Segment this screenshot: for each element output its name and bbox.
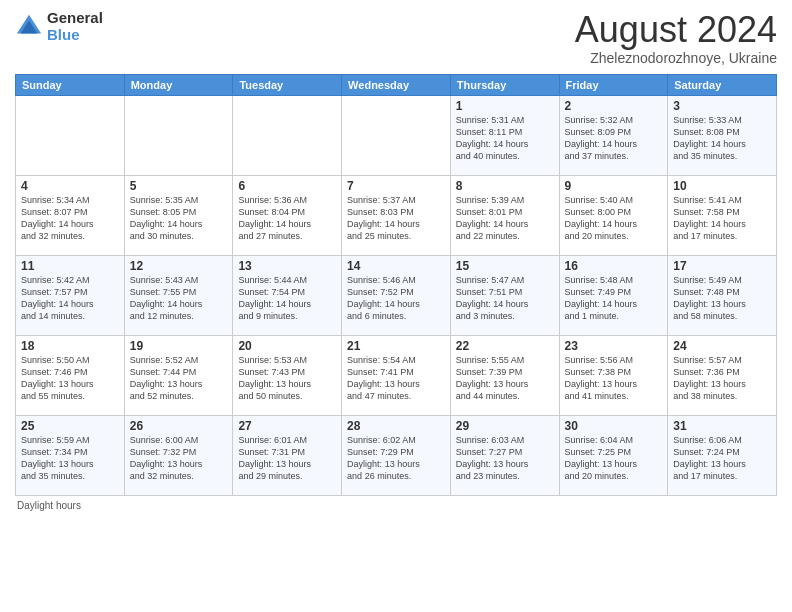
header-day: Tuesday [233, 74, 342, 95]
day-info: Sunrise: 5:36 AM Sunset: 8:04 PM Dayligh… [238, 194, 336, 243]
day-info: Sunrise: 5:31 AM Sunset: 8:11 PM Dayligh… [456, 114, 554, 163]
day-info: Sunrise: 5:55 AM Sunset: 7:39 PM Dayligh… [456, 354, 554, 403]
calendar-week: 4Sunrise: 5:34 AM Sunset: 8:07 PM Daylig… [16, 175, 777, 255]
day-info: Sunrise: 5:44 AM Sunset: 7:54 PM Dayligh… [238, 274, 336, 323]
day-info: Sunrise: 6:02 AM Sunset: 7:29 PM Dayligh… [347, 434, 445, 483]
header-row: SundayMondayTuesdayWednesdayThursdayFrid… [16, 74, 777, 95]
calendar-day: 18Sunrise: 5:50 AM Sunset: 7:46 PM Dayli… [16, 335, 125, 415]
day-number: 7 [347, 179, 445, 193]
page: General Blue August 2024 Zheleznodorozhn… [0, 0, 792, 612]
day-info: Sunrise: 5:52 AM Sunset: 7:44 PM Dayligh… [130, 354, 228, 403]
day-number: 21 [347, 339, 445, 353]
header-day: Friday [559, 74, 668, 95]
calendar-day: 26Sunrise: 6:00 AM Sunset: 7:32 PM Dayli… [124, 415, 233, 495]
day-info: Sunrise: 5:50 AM Sunset: 7:46 PM Dayligh… [21, 354, 119, 403]
calendar-day [233, 95, 342, 175]
calendar-day: 6Sunrise: 5:36 AM Sunset: 8:04 PM Daylig… [233, 175, 342, 255]
calendar-day: 17Sunrise: 5:49 AM Sunset: 7:48 PM Dayli… [668, 255, 777, 335]
day-number: 20 [238, 339, 336, 353]
day-number: 17 [673, 259, 771, 273]
calendar-day: 30Sunrise: 6:04 AM Sunset: 7:25 PM Dayli… [559, 415, 668, 495]
day-number: 4 [21, 179, 119, 193]
calendar-day: 1Sunrise: 5:31 AM Sunset: 8:11 PM Daylig… [450, 95, 559, 175]
day-number: 19 [130, 339, 228, 353]
calendar-week: 1Sunrise: 5:31 AM Sunset: 8:11 PM Daylig… [16, 95, 777, 175]
day-info: Sunrise: 5:48 AM Sunset: 7:49 PM Dayligh… [565, 274, 663, 323]
calendar-day: 22Sunrise: 5:55 AM Sunset: 7:39 PM Dayli… [450, 335, 559, 415]
day-info: Sunrise: 5:40 AM Sunset: 8:00 PM Dayligh… [565, 194, 663, 243]
day-info: Sunrise: 5:43 AM Sunset: 7:55 PM Dayligh… [130, 274, 228, 323]
header-day: Saturday [668, 74, 777, 95]
day-info: Sunrise: 5:53 AM Sunset: 7:43 PM Dayligh… [238, 354, 336, 403]
calendar-day: 21Sunrise: 5:54 AM Sunset: 7:41 PM Dayli… [342, 335, 451, 415]
day-number: 31 [673, 419, 771, 433]
day-info: Sunrise: 5:37 AM Sunset: 8:03 PM Dayligh… [347, 194, 445, 243]
calendar-day [342, 95, 451, 175]
header: General Blue August 2024 Zheleznodorozhn… [15, 10, 777, 66]
day-info: Sunrise: 5:35 AM Sunset: 8:05 PM Dayligh… [130, 194, 228, 243]
calendar-day: 27Sunrise: 6:01 AM Sunset: 7:31 PM Dayli… [233, 415, 342, 495]
calendar-week: 11Sunrise: 5:42 AM Sunset: 7:57 PM Dayli… [16, 255, 777, 335]
day-info: Sunrise: 5:41 AM Sunset: 7:58 PM Dayligh… [673, 194, 771, 243]
calendar-day: 13Sunrise: 5:44 AM Sunset: 7:54 PM Dayli… [233, 255, 342, 335]
day-number: 15 [456, 259, 554, 273]
calendar-day: 14Sunrise: 5:46 AM Sunset: 7:52 PM Dayli… [342, 255, 451, 335]
day-number: 6 [238, 179, 336, 193]
day-info: Sunrise: 5:54 AM Sunset: 7:41 PM Dayligh… [347, 354, 445, 403]
day-info: Sunrise: 5:56 AM Sunset: 7:38 PM Dayligh… [565, 354, 663, 403]
day-number: 2 [565, 99, 663, 113]
day-number: 16 [565, 259, 663, 273]
day-number: 26 [130, 419, 228, 433]
footer-text: Daylight hours [17, 500, 81, 511]
calendar-header: SundayMondayTuesdayWednesdayThursdayFrid… [16, 74, 777, 95]
day-number: 12 [130, 259, 228, 273]
calendar-day: 7Sunrise: 5:37 AM Sunset: 8:03 PM Daylig… [342, 175, 451, 255]
calendar-day: 4Sunrise: 5:34 AM Sunset: 8:07 PM Daylig… [16, 175, 125, 255]
header-day: Thursday [450, 74, 559, 95]
calendar-day: 10Sunrise: 5:41 AM Sunset: 7:58 PM Dayli… [668, 175, 777, 255]
day-number: 10 [673, 179, 771, 193]
day-number: 30 [565, 419, 663, 433]
logo-blue: Blue [47, 27, 103, 44]
day-number: 13 [238, 259, 336, 273]
day-info: Sunrise: 5:49 AM Sunset: 7:48 PM Dayligh… [673, 274, 771, 323]
calendar-day: 24Sunrise: 5:57 AM Sunset: 7:36 PM Dayli… [668, 335, 777, 415]
day-info: Sunrise: 6:04 AM Sunset: 7:25 PM Dayligh… [565, 434, 663, 483]
calendar-day: 5Sunrise: 5:35 AM Sunset: 8:05 PM Daylig… [124, 175, 233, 255]
logo-text: General Blue [47, 10, 103, 43]
day-info: Sunrise: 5:47 AM Sunset: 7:51 PM Dayligh… [456, 274, 554, 323]
logo: General Blue [15, 10, 103, 43]
day-info: Sunrise: 5:39 AM Sunset: 8:01 PM Dayligh… [456, 194, 554, 243]
header-day: Wednesday [342, 74, 451, 95]
day-number: 3 [673, 99, 771, 113]
day-info: Sunrise: 6:01 AM Sunset: 7:31 PM Dayligh… [238, 434, 336, 483]
day-info: Sunrise: 5:33 AM Sunset: 8:08 PM Dayligh… [673, 114, 771, 163]
calendar-day: 19Sunrise: 5:52 AM Sunset: 7:44 PM Dayli… [124, 335, 233, 415]
day-number: 14 [347, 259, 445, 273]
calendar-day: 9Sunrise: 5:40 AM Sunset: 8:00 PM Daylig… [559, 175, 668, 255]
calendar-table: SundayMondayTuesdayWednesdayThursdayFrid… [15, 74, 777, 496]
day-info: Sunrise: 5:59 AM Sunset: 7:34 PM Dayligh… [21, 434, 119, 483]
calendar-day: 29Sunrise: 6:03 AM Sunset: 7:27 PM Dayli… [450, 415, 559, 495]
calendar-day: 16Sunrise: 5:48 AM Sunset: 7:49 PM Dayli… [559, 255, 668, 335]
day-number: 27 [238, 419, 336, 433]
day-info: Sunrise: 5:46 AM Sunset: 7:52 PM Dayligh… [347, 274, 445, 323]
calendar-day: 28Sunrise: 6:02 AM Sunset: 7:29 PM Dayli… [342, 415, 451, 495]
calendar-day: 25Sunrise: 5:59 AM Sunset: 7:34 PM Dayli… [16, 415, 125, 495]
calendar-week: 25Sunrise: 5:59 AM Sunset: 7:34 PM Dayli… [16, 415, 777, 495]
calendar-body: 1Sunrise: 5:31 AM Sunset: 8:11 PM Daylig… [16, 95, 777, 495]
calendar-day [124, 95, 233, 175]
logo-general: General [47, 10, 103, 27]
calendar-day: 11Sunrise: 5:42 AM Sunset: 7:57 PM Dayli… [16, 255, 125, 335]
day-info: Sunrise: 5:57 AM Sunset: 7:36 PM Dayligh… [673, 354, 771, 403]
calendar-day: 15Sunrise: 5:47 AM Sunset: 7:51 PM Dayli… [450, 255, 559, 335]
day-number: 18 [21, 339, 119, 353]
day-number: 25 [21, 419, 119, 433]
footer-note: Daylight hours [15, 500, 777, 511]
day-info: Sunrise: 6:03 AM Sunset: 7:27 PM Dayligh… [456, 434, 554, 483]
day-number: 24 [673, 339, 771, 353]
day-info: Sunrise: 6:06 AM Sunset: 7:24 PM Dayligh… [673, 434, 771, 483]
calendar-day: 20Sunrise: 5:53 AM Sunset: 7:43 PM Dayli… [233, 335, 342, 415]
title-block: August 2024 Zheleznodorozhnoye, Ukraine [575, 10, 777, 66]
day-info: Sunrise: 5:42 AM Sunset: 7:57 PM Dayligh… [21, 274, 119, 323]
